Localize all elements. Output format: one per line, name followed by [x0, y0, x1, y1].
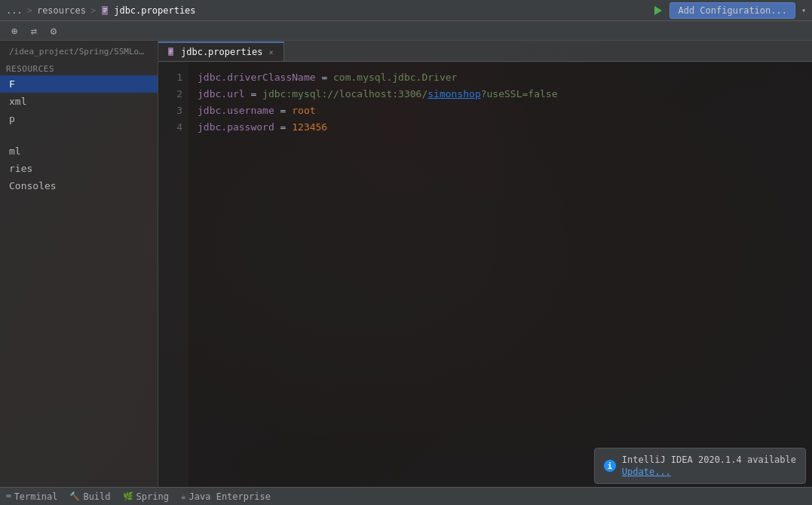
add-configuration-button[interactable]: Add Configuration...	[670, 2, 795, 19]
run-green-icon[interactable]	[651, 5, 663, 17]
svg-rect-8	[170, 53, 172, 54]
terminal-icon: ⌨	[6, 491, 11, 501]
spring-label: Spring	[136, 491, 169, 502]
editor-area: jdbc.properties × 1 2 3 4 jdbc.driverCla…	[158, 41, 812, 487]
terminal-label: Terminal	[14, 491, 58, 502]
svg-rect-6	[170, 50, 173, 50]
sidebar-resources-label: resources	[0, 60, 158, 75]
notification-icon: i	[604, 460, 616, 472]
code-line-2: jdbc.url = jdbc:mysql://localhost:3306/s…	[198, 86, 803, 103]
code-line-1: jdbc.driverClassName = com.mysql.jdbc.Dr…	[198, 69, 803, 86]
build-label: Build	[83, 491, 110, 502]
notification-message: IntelliJ IDEA 2020.1.4 available	[622, 454, 796, 465]
svg-rect-3	[103, 11, 106, 12]
breadcrumb-sep1: >	[27, 5, 32, 16]
sidebar-item-ries[interactable]: ries	[0, 160, 158, 177]
line-numbers: 1 2 3 4	[158, 62, 188, 487]
status-bar-left: ⌨ Terminal 🔨 Build 🌿 Spring ☕ Java Enter…	[6, 491, 271, 502]
code-line-3: jdbc.username = root	[198, 103, 803, 119]
tab-file-icon	[167, 47, 176, 57]
line-num-3: 3	[158, 103, 182, 119]
notification-content: IntelliJ IDEA 2020.1.4 available Update.…	[622, 454, 796, 477]
breadcrumb: ... > resources > jdbc.properties	[0, 5, 196, 16]
breadcrumb-file: jdbc.properties	[100, 5, 195, 16]
svg-marker-4	[654, 6, 662, 15]
build-icon: 🔨	[69, 491, 80, 501]
spring-icon: 🌿	[123, 491, 133, 501]
tab-bar: jdbc.properties ×	[158, 41, 812, 62]
sidebar-item-f[interactable]: F	[0, 75, 158, 93]
line-num-2: 2	[158, 86, 182, 103]
breadcrumb-sep2: >	[90, 5, 96, 16]
line-num-1: 1	[158, 69, 182, 86]
sidebar-item-p[interactable]: p	[0, 110, 158, 127]
java-enterprise-status-item[interactable]: ☕ Java Enterprise	[181, 491, 271, 502]
second-toolbar: ⊕ ⇄ ⚙	[0, 21, 812, 41]
sidebar: /idea_project/Spring/SSMLogin resources …	[0, 41, 158, 487]
settings-icon-button[interactable]: ⚙	[45, 23, 62, 39]
refresh-icon-button[interactable]: ⇄	[26, 23, 42, 39]
build-status-item[interactable]: 🔨 Build	[69, 491, 110, 502]
status-bar: ⌨ Terminal 🔨 Build 🌿 Spring ☕ Java Enter…	[0, 487, 812, 505]
sidebar-item-consoles[interactable]: Consoles	[0, 177, 158, 194]
code-line-4: jdbc.password = 123456	[198, 119, 803, 136]
terminal-status-item[interactable]: ⌨ Terminal	[6, 491, 57, 502]
tab-close-icon[interactable]: ×	[267, 47, 274, 57]
top-bar-right: Add Configuration... ▾	[651, 2, 812, 19]
svg-rect-2	[103, 10, 107, 11]
sidebar-project-path: /idea_project/Spring/SSMLogin	[0, 41, 158, 60]
sidebar-item-ml[interactable]: ml	[0, 142, 158, 160]
add-config-dropdown-arrow[interactable]: ▾	[801, 6, 806, 14]
tab-jdbc-properties[interactable]: jdbc.properties ×	[158, 41, 284, 61]
java-icon: ☕	[181, 491, 186, 501]
line-num-4: 4	[158, 119, 182, 136]
svg-rect-7	[170, 51, 173, 52]
breadcrumb-part1: ...	[6, 5, 23, 16]
spring-status-item[interactable]: 🌿 Spring	[123, 491, 169, 502]
main-content: /idea_project/Spring/SSMLogin resources …	[0, 41, 812, 487]
properties-file-icon	[100, 5, 111, 16]
svg-rect-1	[103, 8, 107, 9]
code-content[interactable]: jdbc.driverClassName = com.mysql.jdbc.Dr…	[188, 62, 812, 487]
update-notification: i IntelliJ IDEA 2020.1.4 available Updat…	[594, 448, 806, 484]
tab-label: jdbc.properties	[181, 47, 262, 57]
sidebar-item-xml[interactable]: xml	[0, 93, 158, 110]
top-toolbar: ... > resources > jdbc.properties Add Co…	[0, 0, 812, 21]
java-enterprise-label: Java Enterprise	[189, 491, 271, 502]
notification-update-link[interactable]: Update...	[622, 467, 796, 477]
code-editor[interactable]: 1 2 3 4 jdbc.driverClassName = com.mysql…	[158, 62, 812, 487]
add-icon-button[interactable]: ⊕	[6, 23, 23, 39]
breadcrumb-part2: resources	[37, 5, 86, 16]
